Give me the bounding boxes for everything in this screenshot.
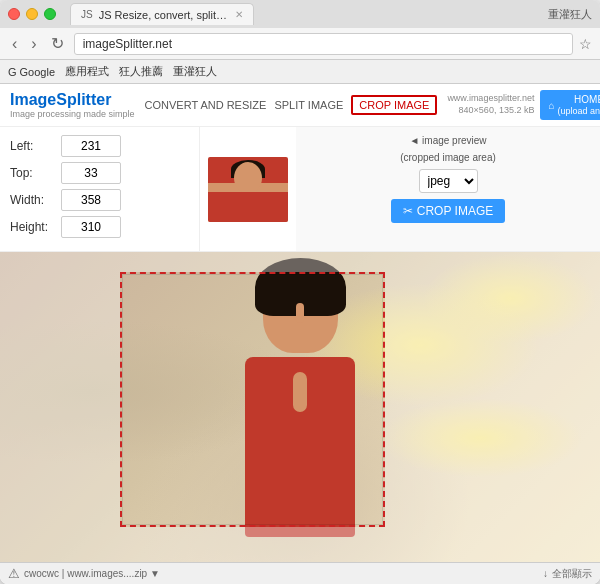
status-show-all[interactable]: 全部顯示 bbox=[552, 567, 592, 581]
preview-thumbnail bbox=[208, 157, 288, 222]
crop-btn-label: CROP IMAGE bbox=[417, 204, 493, 218]
height-label: Height: bbox=[10, 220, 55, 234]
left-label: Left: bbox=[10, 139, 55, 153]
crop-image-button[interactable]: ✂ CROP IMAGE bbox=[391, 199, 505, 223]
active-tab[interactable]: JS JS Resize, convert, split, crop yo...… bbox=[70, 3, 254, 25]
status-left: ⚠ cwocwc | www.images....zip ▼ bbox=[8, 566, 160, 581]
thumb-face-circle bbox=[234, 162, 262, 194]
format-row: jpeg png gif webp bbox=[304, 169, 592, 193]
status-right: ↓ 全部顯示 bbox=[543, 567, 592, 581]
header-right: www.imagesplitter.net 840×560, 135.2 kB … bbox=[447, 90, 600, 120]
dim-bottom bbox=[120, 527, 385, 562]
bookmark-google[interactable]: G Google bbox=[8, 66, 55, 78]
field-top: Top: bbox=[10, 162, 189, 184]
status-text: cwocwc | www.images....zip ▼ bbox=[24, 568, 160, 579]
nav-crop-image[interactable]: CROP IMAGE bbox=[351, 95, 437, 115]
dim-top bbox=[120, 252, 385, 272]
google-icon: G bbox=[8, 66, 17, 78]
preview-label-line1: ◄ image preview bbox=[304, 135, 592, 146]
page-content: ImageSplitter Image processing made simp… bbox=[0, 84, 600, 584]
nav-convert-resize[interactable]: CONVERT AND RESIZE bbox=[145, 99, 267, 111]
field-width: Width: bbox=[10, 189, 189, 211]
bookmark-recommend-label: 狂人推薦 bbox=[119, 64, 163, 79]
site-info: www.imagesplitter.net 840×560, 135.2 kB bbox=[447, 93, 534, 116]
bookmark-google-label: Google bbox=[20, 66, 55, 78]
top-input[interactable] bbox=[61, 162, 121, 184]
crop-selection-box[interactable] bbox=[120, 272, 385, 527]
home-page-button[interactable]: ⌂ HOME PAGE (upload another image) bbox=[540, 90, 600, 120]
nav-links: CONVERT AND RESIZE SPLIT IMAGE CROP IMAG… bbox=[145, 95, 438, 115]
status-bar: ⚠ cwocwc | www.images....zip ▼ ↓ 全部顯示 bbox=[0, 562, 600, 584]
nav-split-image[interactable]: SPLIT IMAGE bbox=[274, 99, 343, 111]
bookmarks-bar: G Google 應用程式 狂人推薦 重灌狂人 bbox=[0, 60, 600, 84]
height-input[interactable] bbox=[61, 216, 121, 238]
left-input[interactable] bbox=[61, 135, 121, 157]
browser-window: JS JS Resize, convert, split, crop yo...… bbox=[0, 0, 600, 584]
maximize-button[interactable] bbox=[44, 8, 56, 20]
tab-bar: JS JS Resize, convert, split, crop yo...… bbox=[70, 3, 542, 25]
dim-left bbox=[0, 252, 120, 562]
dim-right bbox=[385, 252, 600, 562]
logo-title: ImageSplitter bbox=[10, 91, 135, 109]
crop-icon: ✂ bbox=[403, 204, 413, 218]
preview-label-line2: (cropped image area) bbox=[304, 152, 592, 163]
bookmark-main[interactable]: 重灌狂人 bbox=[173, 64, 217, 79]
tab-title: JS Resize, convert, split, crop yo... bbox=[99, 9, 229, 21]
reload-button[interactable]: ↻ bbox=[47, 32, 68, 55]
traffic-lights bbox=[8, 8, 56, 20]
crop-fields-panel: Left: Top: Width: Height: bbox=[0, 127, 200, 251]
site-header: ImageSplitter Image processing made simp… bbox=[0, 84, 600, 127]
top-section: Left: Top: Width: Height: bbox=[0, 127, 600, 252]
bookmark-apps-label: 應用程式 bbox=[65, 64, 109, 79]
site-url: www.imagesplitter.net bbox=[447, 93, 534, 105]
field-left: Left: bbox=[10, 135, 189, 157]
main-image-area[interactable] bbox=[0, 252, 600, 562]
logo-area: ImageSplitter Image processing made simp… bbox=[10, 91, 135, 119]
download-icon: ↓ bbox=[543, 568, 548, 579]
format-select[interactable]: jpeg png gif webp bbox=[419, 169, 478, 193]
field-height: Height: bbox=[10, 216, 189, 238]
tab-close-icon[interactable]: ✕ bbox=[235, 9, 243, 20]
back-button[interactable]: ‹ bbox=[8, 33, 21, 55]
close-button[interactable] bbox=[8, 8, 20, 20]
width-label: Width: bbox=[10, 193, 55, 207]
bookmark-apps[interactable]: 應用程式 bbox=[65, 64, 109, 79]
home-icon: ⌂ bbox=[548, 100, 554, 111]
site-dimensions: 840×560, 135.2 kB bbox=[447, 105, 534, 117]
window-controls-label: 重灌狂人 bbox=[548, 7, 592, 22]
address-input[interactable] bbox=[74, 33, 573, 55]
status-warning-icon: ⚠ bbox=[8, 566, 20, 581]
title-bar: JS JS Resize, convert, split, crop yo...… bbox=[0, 0, 600, 28]
address-bar: ‹ › ↻ ☆ bbox=[0, 28, 600, 60]
crop-btn-row: ✂ CROP IMAGE bbox=[304, 199, 592, 223]
tab-favicon: JS bbox=[81, 9, 93, 20]
bookmark-main-label: 重灌狂人 bbox=[173, 64, 217, 79]
right-panel: ◄ image preview (cropped image area) jpe… bbox=[296, 127, 600, 251]
width-input[interactable] bbox=[61, 189, 121, 211]
thumb-body bbox=[208, 192, 288, 222]
bookmark-star-icon[interactable]: ☆ bbox=[579, 36, 592, 52]
forward-button[interactable]: › bbox=[27, 33, 40, 55]
logo-subtitle: Image processing made simple bbox=[10, 109, 135, 119]
bookmark-recommend[interactable]: 狂人推薦 bbox=[119, 64, 163, 79]
top-label: Top: bbox=[10, 166, 55, 180]
home-btn-label: HOME PAGE (upload another image) bbox=[557, 94, 600, 116]
thumbnail-area bbox=[200, 127, 296, 251]
minimize-button[interactable] bbox=[26, 8, 38, 20]
